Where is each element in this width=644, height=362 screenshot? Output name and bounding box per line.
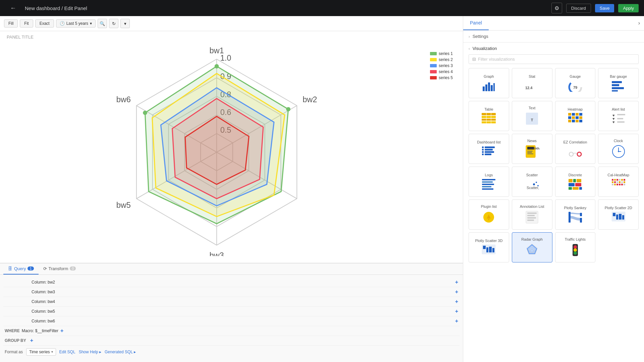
visualization-section: ‹ Visualization ⊟ Filter visualizations … (463, 43, 644, 362)
query-tab[interactable]: 🗄 Query 1 (3, 263, 39, 275)
time-range-picker[interactable]: 🕐 Last 5 years ▾ (56, 19, 96, 27)
viz-icon-plotly-sankey (568, 211, 583, 223)
viz-card-radar-graph[interactable]: Radar Graph (512, 232, 552, 262)
viz-card-heatmap[interactable]: Heatmap (555, 101, 596, 131)
exact-button[interactable]: Exact (35, 19, 54, 27)
svg-text:Scatter,: Scatter, (527, 186, 539, 190)
group-by-row: GROUP BY + (3, 336, 460, 346)
viz-card-plotly-scatter-2d[interactable]: Plotly Scatter 2D (598, 199, 639, 230)
fill-button[interactable]: Fill (4, 19, 18, 27)
svg-text:♥: ♥ (612, 120, 615, 124)
viz-card-scatter[interactable]: Scatter Scatter,... (512, 167, 552, 197)
svg-rect-130 (527, 215, 535, 216)
svg-point-28 (143, 111, 147, 115)
viz-card-clock[interactable]: Clock (598, 134, 639, 164)
viz-icon-scatter: Scatter,... (525, 178, 539, 190)
query-row-bw2: Column: bw2 + (3, 278, 460, 287)
add-bw3-button[interactable]: + (455, 289, 458, 295)
edit-sql-link[interactable]: Edit SQL (59, 350, 75, 354)
viz-label-logs: Logs (485, 173, 493, 177)
viz-card-dashboard-list[interactable]: Dashboard list (469, 134, 509, 164)
svg-rect-38 (612, 81, 622, 83)
svg-point-26 (215, 64, 219, 68)
add-group-by-button[interactable]: + (30, 338, 33, 344)
add-bw5-button[interactable]: + (455, 308, 458, 314)
add-bw6-button[interactable]: + (455, 318, 458, 324)
viz-card-plotly-scatter-3d[interactable]: Plotly Scatter 3D (469, 232, 509, 262)
svg-rect-58 (568, 120, 571, 122)
viz-label-ez-correlation: EZ Correlation (563, 140, 587, 144)
viz-card-news[interactable]: News news (512, 134, 552, 164)
svg-rect-119 (621, 179, 623, 181)
viz-card-ez-correlation[interactable]: EZ Correlation (555, 134, 596, 164)
discard-button[interactable]: Discard (566, 4, 591, 13)
svg-rect-100 (573, 179, 576, 182)
transform-tab[interactable]: ⟳ Transform 0 (39, 263, 81, 275)
viz-label-bar-gauge: Bar gauge (610, 74, 627, 78)
svg-rect-140 (622, 215, 624, 220)
viz-filter-input[interactable]: ⊟ Filter visualizations (469, 54, 639, 64)
viz-card-plugin-list[interactable]: Plugin list (469, 199, 509, 230)
show-help-link[interactable]: Show Help ▸ (79, 350, 101, 354)
settings-icon-button[interactable]: ⚙ (551, 3, 562, 13)
add-where-button[interactable]: + (60, 328, 63, 334)
svg-rect-105 (573, 187, 579, 190)
viz-label-news: News (527, 139, 537, 143)
fit-button[interactable]: Fit (20, 19, 33, 27)
svg-rect-135 (580, 218, 582, 223)
viz-icon-logs (481, 178, 496, 190)
svg-rect-68 (482, 146, 484, 148)
add-bw2-button[interactable]: + (455, 279, 458, 285)
viz-card-logs[interactable]: Logs (469, 167, 509, 197)
viz-icon-traffic-lights (568, 243, 583, 257)
zoom-icon: 🔍 (100, 21, 105, 26)
svg-rect-122 (624, 181, 625, 183)
viz-card-plotly-sankey[interactable]: Plotly Sankey (555, 199, 596, 230)
more-options-button[interactable]: ▾ (120, 19, 130, 28)
viz-card-stat[interactable]: Stat 12.4 (512, 68, 552, 98)
svg-rect-41 (612, 90, 618, 92)
generated-sql-link[interactable]: Generated SQL ▸ (105, 350, 136, 354)
format-value: Time series (29, 350, 50, 354)
panel-title-label: PANEL TITLE (7, 35, 456, 40)
collapse-panel-button[interactable]: › (634, 17, 644, 29)
apply-button[interactable]: Apply (618, 4, 639, 12)
panel-tab[interactable]: Panel (463, 16, 489, 30)
viz-card-cal-heatmap[interactable]: Cal-HeatMap (598, 167, 639, 197)
svg-rect-113 (616, 181, 618, 183)
svg-text:1.0: 1.0 (220, 54, 231, 62)
svg-rect-45 (482, 121, 496, 123)
visualization-header[interactable]: ‹ Visualization (469, 43, 639, 54)
format-select[interactable]: Time series ▾ (26, 348, 56, 356)
svg-text:bw2: bw2 (303, 95, 317, 104)
svg-rect-137 (613, 213, 615, 216)
refresh-button[interactable]: ↻ (109, 19, 118, 28)
viz-card-text[interactable]: Text T (512, 101, 552, 131)
viz-card-bar-gauge[interactable]: Bar gauge (598, 68, 639, 98)
svg-text:12.4: 12.4 (525, 86, 533, 90)
group-by-keyword: GROUP BY (5, 338, 26, 343)
viz-icon-radar-graph (525, 243, 539, 257)
left-panel: Fill Fit Exact 🕐 Last 5 years ▾ 🔍 ↻ ▾ PA… (0, 16, 463, 362)
svg-rect-102 (569, 183, 575, 186)
viz-card-traffic-lights[interactable]: Traffic Lights (555, 232, 596, 262)
viz-card-alert-list[interactable]: Alert list ♥♥♥ (598, 101, 639, 131)
query-row-bw4: Column: bw4 + (3, 297, 460, 307)
viz-icon-plugin-list (481, 210, 496, 225)
format-dropdown-icon: ▾ (51, 350, 53, 354)
svg-rect-65 (617, 118, 623, 119)
viz-card-graph[interactable]: Graph (469, 68, 509, 98)
svg-rect-59 (572, 120, 575, 122)
legend-label-3: series 3 (439, 63, 453, 68)
save-button[interactable]: Save (595, 4, 614, 12)
settings-section[interactable]: › Settings (463, 31, 644, 43)
add-bw4-button[interactable]: + (455, 299, 458, 305)
viz-card-discrete[interactable]: Discrete (555, 167, 596, 197)
viz-card-gauge[interactable]: Gauge 79 (555, 68, 596, 98)
svg-rect-115 (612, 184, 613, 185)
viz-card-table[interactable]: Table (469, 101, 509, 131)
zoom-out-button[interactable]: 🔍 (98, 19, 107, 28)
viz-card-annotation-list[interactable]: Annotation List (512, 199, 552, 230)
settings-expand-icon: › (469, 35, 470, 39)
back-button[interactable]: ← (5, 3, 21, 13)
